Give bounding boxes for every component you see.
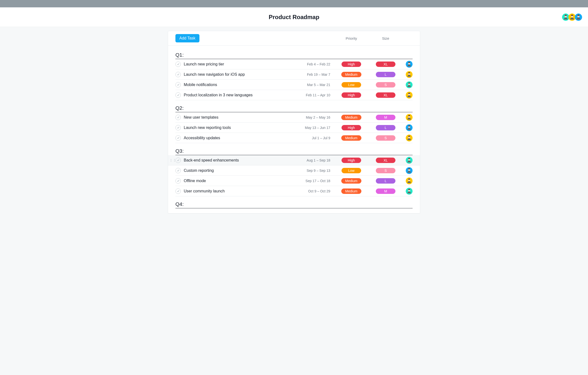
task-assignee-cell[interactable] bbox=[403, 177, 413, 184]
task-row[interactable]: Offline modeSep 17 – Oct 18MediumL bbox=[175, 176, 413, 186]
task-priority-cell[interactable]: Medium bbox=[334, 178, 368, 184]
task-priority-cell[interactable]: Medium bbox=[334, 115, 368, 120]
task-size-cell[interactable]: S bbox=[368, 168, 403, 173]
section-header[interactable]: Q1: bbox=[175, 52, 413, 59]
task-row[interactable]: Custom reportingSep 9 – Sep 13LowS bbox=[175, 165, 413, 176]
column-header-priority[interactable]: Priority bbox=[334, 36, 368, 40]
task-size-cell[interactable]: L bbox=[368, 125, 403, 130]
assignee-avatar[interactable] bbox=[406, 157, 413, 164]
task-size-cell[interactable]: S bbox=[368, 82, 403, 88]
task-date-range[interactable]: Aug 1 – Sep 18 bbox=[300, 158, 334, 162]
task-name[interactable]: User community launch bbox=[184, 189, 300, 193]
task-row[interactable]: User community launchOct 9 – Oct 29Mediu… bbox=[175, 186, 413, 196]
complete-task-checkbox[interactable] bbox=[175, 115, 181, 120]
task-date-range[interactable]: Oct 9 – Oct 29 bbox=[300, 189, 334, 193]
task-row[interactable]: Mobile notificationsMar 5 – Mar 21LowS bbox=[175, 80, 413, 90]
task-assignee-cell[interactable] bbox=[403, 135, 413, 141]
task-size-cell[interactable]: XL bbox=[368, 92, 403, 98]
task-priority-cell[interactable]: Medium bbox=[334, 72, 368, 77]
task-priority-cell[interactable]: High bbox=[334, 92, 368, 98]
task-size-cell[interactable]: XL bbox=[368, 62, 403, 67]
task-priority-cell[interactable]: High bbox=[334, 125, 368, 130]
assignee-avatar[interactable] bbox=[406, 167, 413, 174]
task-date-range[interactable]: Feb 19 – Mar 7 bbox=[300, 73, 334, 76]
complete-task-checkbox[interactable] bbox=[175, 188, 181, 194]
task-date-range[interactable]: Feb 11 – Apr 10 bbox=[300, 93, 334, 97]
section-header[interactable]: Q2: bbox=[175, 105, 413, 112]
complete-task-checkbox[interactable] bbox=[175, 178, 181, 184]
project-members[interactable] bbox=[563, 13, 582, 21]
task-name[interactable]: Mobile notifications bbox=[184, 83, 300, 87]
assignee-avatar[interactable] bbox=[406, 71, 413, 78]
task-name[interactable]: Back-end speed enhancements bbox=[184, 158, 300, 162]
task-assignee-cell[interactable] bbox=[403, 124, 413, 131]
task-size-cell[interactable]: L bbox=[368, 72, 403, 77]
task-date-range[interactable]: May 2 – May 16 bbox=[300, 115, 334, 119]
task-size-cell[interactable]: S bbox=[368, 135, 403, 141]
task-assignee-cell[interactable] bbox=[403, 71, 413, 78]
assignee-avatar[interactable] bbox=[406, 188, 413, 195]
task-priority-cell[interactable]: Medium bbox=[334, 188, 368, 194]
task-assignee-cell[interactable] bbox=[403, 114, 413, 121]
member-avatar[interactable] bbox=[575, 13, 582, 21]
size-pill: M bbox=[376, 115, 395, 120]
assignee-avatar[interactable] bbox=[406, 124, 413, 131]
task-assignee-cell[interactable] bbox=[403, 188, 413, 195]
section-header[interactable]: Q4: bbox=[175, 201, 413, 208]
task-name[interactable]: Accessibility updates bbox=[184, 136, 300, 140]
add-task-button[interactable]: Add Task bbox=[175, 34, 199, 42]
complete-task-checkbox[interactable] bbox=[175, 92, 181, 98]
assignee-avatar[interactable] bbox=[406, 81, 413, 88]
task-size-cell[interactable]: XL bbox=[368, 158, 403, 163]
task-priority-cell[interactable]: Medium bbox=[334, 135, 368, 141]
complete-task-checkbox[interactable] bbox=[175, 168, 181, 173]
task-name[interactable]: Launch new reporting tools bbox=[184, 125, 300, 130]
task-size-cell[interactable]: M bbox=[368, 188, 403, 194]
task-date-range[interactable]: Mar 5 – Mar 21 bbox=[300, 83, 334, 87]
column-header-size[interactable]: Size bbox=[368, 36, 403, 40]
task-name[interactable]: Product localization in 3 new languages bbox=[184, 93, 300, 97]
section-header[interactable]: Q3: bbox=[175, 148, 413, 155]
task-priority-cell[interactable]: High bbox=[334, 62, 368, 67]
task-date-range[interactable]: Sep 9 – Sep 13 bbox=[300, 169, 334, 173]
task-date-range[interactable]: May 13 – Jun 17 bbox=[300, 126, 334, 130]
task-size-cell[interactable]: L bbox=[368, 178, 403, 184]
assignee-avatar[interactable] bbox=[406, 114, 413, 121]
task-assignee-cell[interactable] bbox=[403, 157, 413, 164]
complete-task-checkbox[interactable] bbox=[175, 72, 181, 77]
complete-task-checkbox[interactable] bbox=[175, 62, 181, 67]
task-row[interactable]: Product localization in 3 new languagesF… bbox=[175, 90, 413, 100]
assignee-avatar[interactable] bbox=[406, 61, 413, 68]
task-name[interactable]: Launch new navigation for iOS app bbox=[184, 72, 300, 77]
complete-task-checkbox[interactable] bbox=[175, 125, 181, 130]
task-assignee-cell[interactable] bbox=[403, 92, 413, 99]
complete-task-checkbox[interactable] bbox=[175, 135, 181, 141]
task-date-range[interactable]: Jul 1 – Jul 9 bbox=[300, 136, 334, 140]
task-name[interactable]: Offline mode bbox=[184, 179, 300, 183]
size-pill: S bbox=[376, 168, 395, 173]
assignee-avatar[interactable] bbox=[406, 92, 413, 99]
complete-task-checkbox[interactable] bbox=[175, 82, 181, 88]
task-assignee-cell[interactable] bbox=[403, 81, 413, 88]
task-row[interactable]: Launch new pricing tierFeb 4 – Feb 22Hig… bbox=[175, 59, 413, 69]
task-assignee-cell[interactable] bbox=[403, 167, 413, 174]
task-priority-cell[interactable]: Low bbox=[334, 168, 368, 173]
task-priority-cell[interactable]: High bbox=[334, 158, 368, 163]
task-priority-cell[interactable]: Low bbox=[334, 82, 368, 88]
size-pill: XL bbox=[376, 158, 395, 163]
task-row[interactable]: New user templatesMay 2 – May 16MediumM bbox=[175, 112, 413, 123]
task-row[interactable]: ⋮⋮Back-end speed enhancementsAug 1 – Sep… bbox=[168, 155, 420, 165]
drag-handle-icon[interactable]: ⋮⋮ bbox=[170, 160, 173, 161]
assignee-avatar[interactable] bbox=[406, 177, 413, 184]
assignee-avatar[interactable] bbox=[406, 135, 413, 141]
task-assignee-cell[interactable] bbox=[403, 61, 413, 68]
task-name[interactable]: New user templates bbox=[184, 115, 300, 120]
task-date-range[interactable]: Sep 17 – Oct 18 bbox=[300, 179, 334, 183]
task-date-range[interactable]: Feb 4 – Feb 22 bbox=[300, 62, 334, 66]
task-row[interactable]: Accessibility updatesJul 1 – Jul 9Medium… bbox=[175, 133, 413, 143]
task-name[interactable]: Custom reporting bbox=[184, 168, 300, 173]
task-size-cell[interactable]: M bbox=[368, 115, 403, 120]
task-name[interactable]: Launch new pricing tier bbox=[184, 62, 300, 66]
task-row[interactable]: Launch new reporting toolsMay 13 – Jun 1… bbox=[175, 123, 413, 133]
task-row[interactable]: Launch new navigation for iOS appFeb 19 … bbox=[175, 69, 413, 80]
